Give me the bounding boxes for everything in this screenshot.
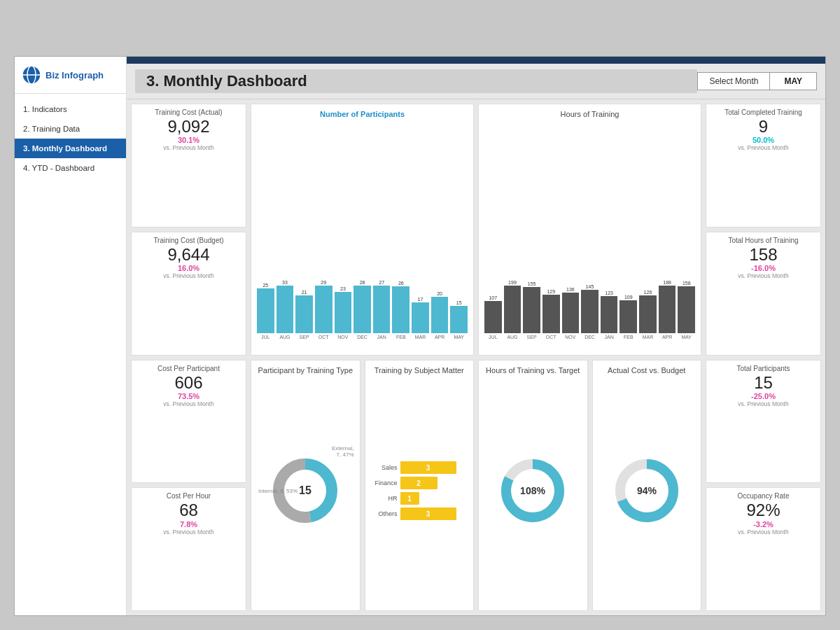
bar-group: 123JAN [601,280,618,340]
bar-top-label: 199 [508,280,517,285]
total-participants-pct: -25.0% [751,392,776,400]
subject-bar-row: Sales3 [371,461,468,474]
bar [373,286,391,333]
cost-per-participant-title: Cost Per Participant [158,365,220,372]
month-selector[interactable]: Select Month MAY [697,72,817,90]
subject-label: HR [371,495,398,502]
bar-group: 20APR [431,280,449,340]
bar-group: 126MAR [639,280,657,340]
bar-top-label: 28 [360,280,365,285]
total-participants-sub: vs. Previous Month [738,400,788,407]
bar-top-label: 33 [282,280,288,285]
bar-x-label: MAY [454,335,464,340]
cost-per-participant-pct: 73.5% [178,392,200,400]
participant-by-type-title: Participant by Training Type [258,366,353,374]
bar [562,293,580,333]
bar [504,286,522,333]
total-hours-value: 158 [749,246,777,264]
bar-top-label: 25 [262,283,268,288]
training-cost-budget-pct: 16.0% [178,264,200,272]
training-cost-actual-pct: 30.1% [178,136,200,144]
bar-top-label: 126 [644,290,652,295]
bar [450,306,468,333]
bar [295,295,313,333]
cost-per-hour-card: Cost Per Hour 68 7.8% vs. Previous Month [131,487,246,611]
occupancy-rate-title: Occupancy Rate [738,492,790,500]
svg-text:94%: 94% [637,485,657,496]
bar-top-label: 158 [682,281,691,286]
subject-bar: 1 [400,492,419,505]
total-hours-pct: -16.0% [751,264,776,272]
bar-group: 129OCT [542,280,560,340]
total-participants-title: Total Participants [736,365,790,372]
total-participants-value: 15 [754,374,773,392]
bar [392,286,410,333]
bar-group: 27JAN [373,280,391,340]
bar [354,286,371,333]
sidebar-item-ytd-dashboard[interactable]: 4. YTD - Dashboard [15,158,126,178]
logo-text: Biz Infograph [46,70,104,80]
sidebar: Biz Infograph 1. Indicators 2. Training … [15,57,127,615]
total-completed-value: 9 [759,118,768,136]
right-mini-cards-bottom: Total Participants 15 -25.0% vs. Previou… [706,360,821,612]
participants-bars: 25JUL33AUG21SEP29OCT23NOV28DEC27JAN26FEB… [257,280,468,340]
cost-per-participant-card: Cost Per Participant 606 73.5% vs. Previ… [131,360,246,484]
total-completed-card: Total Completed Training 9 50.0% vs. Pre… [706,104,821,227]
bar-group: 28DEC [354,280,371,340]
bar-top-label: 29 [321,280,326,285]
main-content: 3. Monthly Dashboard Select Month MAY Tr… [127,57,825,615]
bar-top-label: 27 [379,280,384,285]
subject-label: Finance [371,479,398,486]
logo-icon [22,65,41,85]
bar-x-label: SEP [527,335,537,340]
bar-x-label: JAN [377,335,386,340]
bar-x-label: DEC [357,335,368,340]
bar-x-label: MAR [643,335,654,340]
bar-group: 188APR [659,280,676,340]
occupancy-rate-pct: -3.2% [753,520,774,528]
budget-gauge: 94% [612,377,682,606]
bar-x-label: SEP [300,335,309,340]
hours-bar-chart: 107JUL199AUG155SEP129OCT136NOV145DEC123J… [484,121,695,349]
bar [484,301,502,333]
bar-group: 23NOV [335,280,352,340]
training-cost-actual-title: Training Cost (Actual) [155,108,222,116]
subject-bar-row: Finance2 [371,477,468,489]
occupancy-rate-sub: vs. Previous Month [738,528,788,536]
row2: Cost Per Participant 606 73.5% vs. Previ… [131,360,821,612]
bar-x-label: NOV [565,335,575,340]
training-cost-budget-card: Training Cost (Budget) 9,644 16.0% vs. P… [131,232,246,356]
bar-x-label: OCT [546,335,556,340]
right-mini-cards-top: Total Completed Training 9 50.0% vs. Pre… [706,104,821,356]
bar-x-label: AUG [507,335,517,340]
sidebar-item-monthly-dashboard[interactable]: 3. Monthly Dashboard [15,139,126,158]
bar [335,292,352,333]
bar-group: 145DEC [581,280,598,340]
sidebar-item-indicators[interactable]: 1. Indicators [15,99,126,119]
bar-group: 17MAR [412,280,429,340]
training-cost-budget-value: 9,644 [167,246,209,264]
top-bar [127,57,825,64]
cost-per-hour-sub: vs. Previous Month [163,528,214,536]
bar-top-label: 129 [547,289,555,294]
hours-chart-card: Hours of Training 107JUL199AUG155SEP129O… [478,104,701,356]
subject-label: Others [371,510,398,517]
internal-label: Internal, 8, 53% [258,488,298,494]
bar-group: 33AUG [276,280,294,340]
training-cost-actual-value: 9,092 [167,118,209,136]
sidebar-item-training-data[interactable]: 2. Training Data [15,119,126,139]
bar [639,295,657,333]
bar [431,297,449,333]
bar-top-label: 136 [566,287,575,292]
subject-bar: 3 [400,461,456,474]
bar-group: 21SEP [295,280,313,340]
row1: Training Cost (Actual) 9,092 30.1% vs. P… [131,104,821,356]
bar-group: 155SEP [523,280,540,340]
occupancy-rate-value: 92% [746,501,780,519]
hours-gauge-svg: 108% [498,456,568,526]
actual-vs-budget-card: Actual Cost vs. Budget 94% [592,360,702,612]
sidebar-nav: 1. Indicators 2. Training Data 3. Monthl… [15,94,126,178]
subject-bar: 2 [400,477,438,489]
left-mini-cards-bottom: Cost Per Participant 606 73.5% vs. Previ… [131,360,246,612]
bar-x-label: FEB [396,335,406,340]
